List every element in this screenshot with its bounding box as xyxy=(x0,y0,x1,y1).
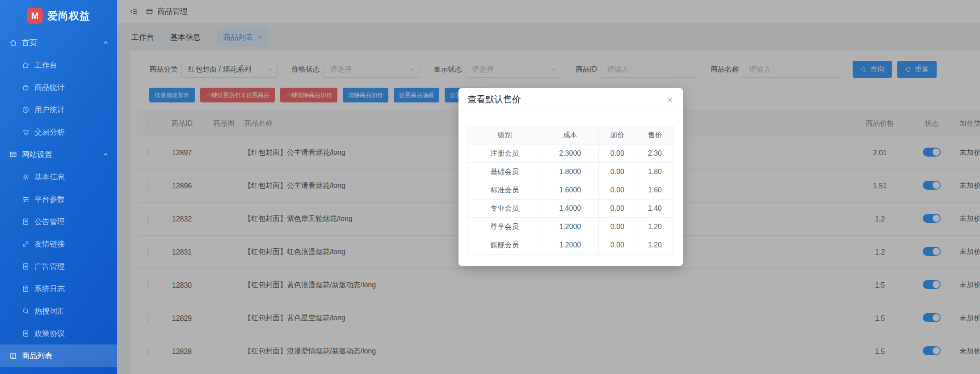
shop-icon xyxy=(21,83,30,92)
col-cost: 成本 xyxy=(542,126,598,144)
sidebar-item-announcements[interactable]: 公告管理 xyxy=(0,210,117,233)
clock-icon xyxy=(21,106,30,114)
sidebar-item-trade-analysis[interactable]: 交易分析 xyxy=(0,121,117,143)
price-row: 基础会员 1.8000 0.00 1.80 xyxy=(468,163,674,181)
default-price-modal: 查看默认售价 级别 成本 加价 售价 注册会员 xyxy=(458,88,683,266)
close-icon[interactable] xyxy=(666,96,674,104)
doc-icon xyxy=(21,262,30,271)
sidebar-item-site-settings[interactable]: 网站设置 xyxy=(0,143,117,166)
home-icon xyxy=(21,61,30,69)
search-icon xyxy=(21,307,30,315)
doc-icon xyxy=(21,285,30,293)
sidebar-item-user-stats[interactable]: 用户统计 xyxy=(0,98,117,121)
sidebar-item-product-list[interactable]: 商品列表 xyxy=(0,344,117,367)
sidebar-menu: 首页 工作台 商品统计 用户统计 交易分析 网站设置 xyxy=(0,31,117,374)
doc-icon xyxy=(21,217,30,226)
sidebar-item-workbench[interactable]: 工作台 xyxy=(0,54,117,76)
link-icon xyxy=(21,240,30,248)
main-content: 商品管理 工作台 基本信息 商品列表 商品分类 红包封面 / 烟花系列 价格状态 xyxy=(117,0,980,374)
col-sale-price: 售价 xyxy=(636,126,673,144)
modal-title: 查看默认售价 xyxy=(467,94,521,106)
sidebar-item-product-category[interactable]: 商品分类 xyxy=(0,367,117,374)
app-logo-text: 爱尚权益 xyxy=(47,9,90,23)
home-icon xyxy=(9,38,17,47)
sidebar-item-friend-links[interactable]: 友情链接 xyxy=(0,233,117,255)
price-row: 专业会员 1.4000 0.00 1.40 xyxy=(468,200,674,218)
cart-icon xyxy=(21,128,30,136)
chevron-up-icon xyxy=(101,150,110,159)
price-row: 标准会员 1.6000 0.00 1.60 xyxy=(468,181,674,200)
price-row: 旗舰会员 1.2000 0.00 1.20 xyxy=(468,236,674,255)
sidebar: M 爱尚权益 首页 工作台 商品统计 用户统计 交易分 xyxy=(0,0,117,374)
default-price-table: 级别 成本 加价 售价 注册会员 2.3000 0.00 2.30 xyxy=(467,126,674,255)
app-logo: M 爱尚权益 xyxy=(0,0,117,31)
price-table-header-row: 级别 成本 加价 售价 xyxy=(468,126,674,144)
col-markup: 加价 xyxy=(598,126,636,144)
col-level: 级别 xyxy=(468,126,542,144)
modal-header: 查看默认售价 xyxy=(458,88,683,111)
sidebar-item-product-stats[interactable]: 商品统计 xyxy=(0,76,117,98)
gear-icon xyxy=(21,173,30,181)
price-row: 尊享会员 1.2000 0.00 1.20 xyxy=(468,218,674,236)
list-icon xyxy=(9,352,17,360)
sliders-icon xyxy=(21,195,30,204)
sidebar-item-home[interactable]: 首页 xyxy=(0,31,117,54)
app-logo-icon: M xyxy=(27,8,43,24)
price-row: 注册会员 2.3000 0.00 2.30 xyxy=(468,144,674,163)
doc-icon xyxy=(21,329,30,338)
sidebar-item-platform-params[interactable]: 平台参数 xyxy=(0,188,117,210)
modal-body: 级别 成本 加价 售价 注册会员 2.3000 0.00 2.30 xyxy=(458,111,683,266)
sidebar-item-basic-info[interactable]: 基本信息 xyxy=(0,166,117,188)
sidebar-item-policy[interactable]: 政策协议 xyxy=(0,322,117,344)
chevron-up-icon xyxy=(101,38,110,47)
sidebar-item-hot-keywords[interactable]: 热搜词汇 xyxy=(0,300,117,322)
sidebar-item-system-logs[interactable]: 系统日志 xyxy=(0,277,117,300)
app-window: M 爱尚权益 首页 工作台 商品统计 用户统计 交易分 xyxy=(0,0,980,374)
sidebar-item-ads[interactable]: 广告管理 xyxy=(0,255,117,277)
site-icon xyxy=(9,150,17,159)
